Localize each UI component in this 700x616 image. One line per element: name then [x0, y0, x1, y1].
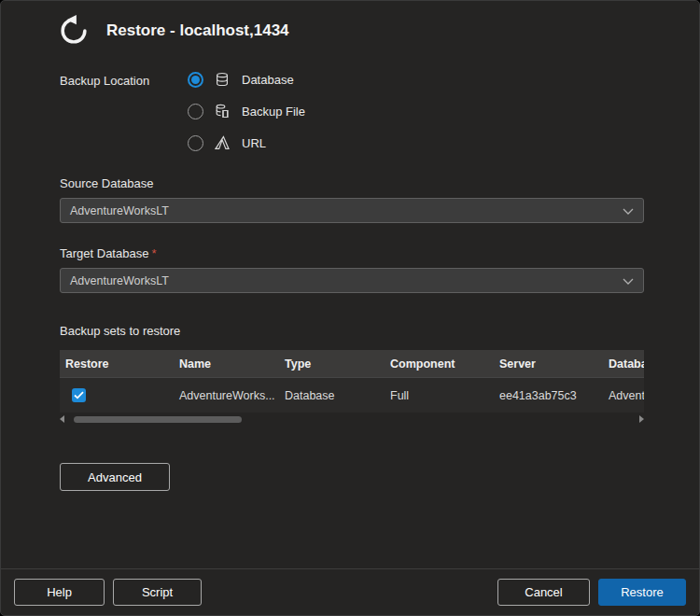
backup-sets-table: Restore Name Type Component Server Datab…	[60, 350, 644, 425]
column-header-server: Server	[494, 357, 603, 371]
radio-option-backup-file[interactable]: Backup File	[188, 101, 305, 121]
chevron-down-icon	[623, 204, 634, 217]
source-database-value: AdventureWorksLT	[70, 204, 169, 217]
target-database-field: Target Database* AdventureWorksLT	[60, 246, 644, 293]
url-icon	[215, 135, 233, 150]
cancel-button[interactable]: Cancel	[497, 579, 590, 606]
script-button[interactable]: Script	[113, 579, 202, 606]
help-button[interactable]: Help	[14, 579, 105, 606]
restore-dialog: Restore - localhost,1434 Backup Location…	[0, 0, 700, 616]
backup-sets-label: Backup sets to restore	[60, 324, 644, 338]
source-database-select[interactable]: AdventureWorksLT	[60, 198, 644, 223]
radio-label: Database	[242, 73, 294, 87]
restore-checkbox[interactable]	[72, 388, 86, 402]
restore-cell	[60, 388, 174, 402]
scroll-right-icon[interactable]	[639, 415, 644, 423]
column-header-restore: Restore	[60, 357, 174, 371]
scrollbar-thumb[interactable]	[74, 416, 242, 423]
backup-location-label: Backup Location	[60, 69, 188, 153]
restore-button[interactable]: Restore	[598, 579, 686, 606]
source-database-label: Source Database	[60, 176, 644, 190]
scroll-left-icon[interactable]	[60, 415, 64, 423]
name-cell: AdventureWorks...	[174, 389, 279, 402]
column-header-type: Type	[279, 357, 385, 371]
source-database-field: Source Database AdventureWorksLT	[60, 176, 644, 223]
target-database-select[interactable]: AdventureWorksLT	[60, 268, 644, 293]
column-header-database: Databa	[603, 357, 644, 371]
restore-icon	[55, 12, 92, 49]
advanced-button[interactable]: Advanced	[60, 463, 170, 491]
radio-indicator[interactable]	[188, 135, 203, 151]
target-database-label: Target Database*	[60, 246, 644, 260]
target-database-label-text: Target Database	[60, 246, 148, 260]
scrollbar-track[interactable]	[68, 416, 636, 423]
radio-label: Backup File	[242, 105, 305, 119]
dialog-content: Backup Location Database	[1, 49, 699, 491]
required-marker: *	[151, 246, 156, 260]
table-header-row: Restore Name Type Component Server Datab…	[60, 350, 644, 377]
database-icon	[215, 72, 233, 87]
backup-location-radio-group: Database Backup File	[188, 69, 305, 153]
backup-file-icon	[215, 104, 233, 119]
type-cell: Database	[279, 389, 385, 402]
dialog-header: Restore - localhost,1434	[1, 1, 699, 49]
component-cell: Full	[385, 389, 494, 402]
column-header-component: Component	[385, 357, 494, 371]
radio-option-database[interactable]: Database	[188, 69, 305, 90]
column-header-name: Name	[174, 357, 279, 371]
server-cell: ee41a3ab75c3	[494, 389, 603, 402]
target-database-value: AdventureWorksLT	[70, 274, 169, 287]
database-cell: Adventu	[603, 389, 644, 402]
radio-indicator[interactable]	[188, 72, 203, 88]
horizontal-scrollbar[interactable]	[60, 413, 644, 425]
table-row[interactable]: AdventureWorks... Database Full ee41a3ab…	[60, 377, 644, 413]
chevron-down-icon	[623, 274, 634, 287]
dialog-footer: Help Script Cancel Restore	[1, 568, 699, 615]
radio-option-url[interactable]: URL	[188, 133, 305, 153]
radio-indicator[interactable]	[188, 104, 203, 119]
backup-location-row: Backup Location Database	[60, 69, 644, 153]
radio-label: URL	[242, 136, 266, 150]
dialog-title: Restore - localhost,1434	[106, 21, 289, 40]
